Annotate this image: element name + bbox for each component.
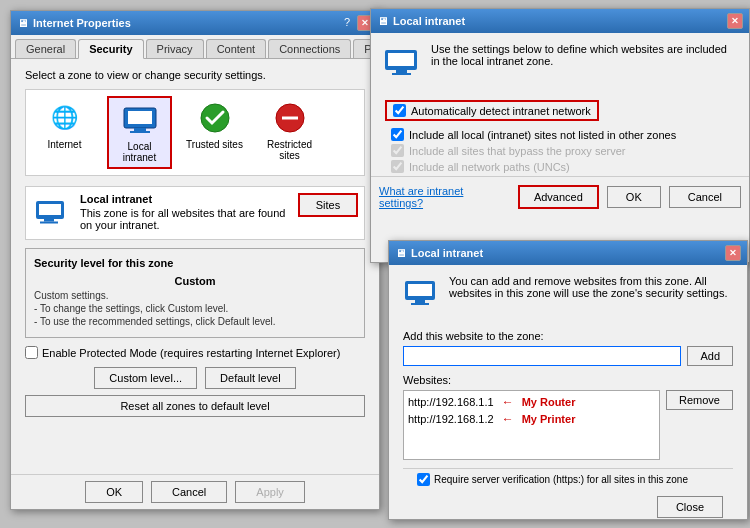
tab-security[interactable]: Security	[78, 39, 143, 59]
internet-icon: 🌐	[47, 100, 83, 136]
tab-bar: General Security Privacy Content Connect…	[11, 35, 379, 59]
trusted-label: Trusted sites	[186, 139, 243, 150]
local-intranet-title-icon: 🖥	[377, 15, 388, 27]
custom-text1: Custom settings.	[34, 290, 356, 301]
zone-info-text: Local intranet This zone is for all webs…	[80, 193, 290, 231]
zone-info-box: Local intranet This zone is for all webs…	[25, 186, 365, 240]
restricted-icon	[272, 100, 308, 136]
custom-text3: - To use the recommended settings, click…	[34, 316, 356, 327]
local-intranet-label: Local intranet	[113, 141, 166, 163]
ie-ok-button[interactable]: OK	[85, 481, 143, 503]
ie-properties-window: 🖥 Internet Properties ? ✕ General Securi…	[10, 10, 380, 510]
svg-rect-18	[411, 303, 429, 305]
add-label: Add this website to the zone:	[403, 330, 733, 342]
website-item-1: http://192.168.1.1 ← My Router	[408, 395, 655, 409]
add-websites-desc-text: You can add and remove websites from thi…	[449, 275, 733, 299]
close-websites-button[interactable]: Close	[657, 496, 723, 518]
verify-checkbox[interactable]	[417, 473, 430, 486]
protected-mode-row: Enable Protected Mode (requires restarti…	[25, 346, 365, 359]
local-intranet-popup: 🖥 Local intranet ✕ Use the settings belo…	[370, 8, 750, 263]
zone-trusted[interactable]: Trusted sites	[182, 96, 247, 169]
zones-container: 🌐 Internet Local intranet	[25, 89, 365, 176]
local-intranet-bottom: What are intranet settings? Advanced OK …	[371, 176, 749, 217]
option2-row: Include all sites that bypass the proxy …	[391, 144, 749, 157]
zone-restricted[interactable]: Restrictedsites	[257, 96, 322, 169]
local-intranet-close[interactable]: ✕	[727, 13, 743, 29]
websites-list: http://192.168.1.1 ← My Router http://19…	[403, 390, 660, 460]
add-websites-popup: 🖥 Local intranet ✕ You can add and remov…	[388, 240, 748, 520]
add-websites-icon: 🖥	[395, 247, 406, 259]
option3-checkbox[interactable]	[391, 160, 404, 173]
protected-mode-checkbox[interactable]	[25, 346, 38, 359]
tab-general[interactable]: General	[15, 39, 76, 58]
zone-select-label: Select a zone to view or change security…	[25, 69, 365, 81]
svg-rect-8	[39, 204, 61, 215]
zone-info-title: Local intranet	[80, 193, 290, 205]
svg-rect-16	[408, 284, 432, 296]
security-level-title: Security level for this zone	[34, 257, 356, 269]
svg-rect-10	[40, 222, 58, 224]
internet-label: Internet	[48, 139, 82, 150]
website-url-2: http://192.168.1.2	[408, 413, 494, 425]
reset-zones-button[interactable]: Reset all zones to default level	[25, 395, 365, 417]
annotation-2: My Printer	[522, 413, 576, 425]
add-website-button[interactable]: Add	[687, 346, 733, 366]
security-level-section: Security level for this zone Custom Cust…	[25, 248, 365, 338]
protected-mode-label: Enable Protected Mode (requires restarti…	[42, 347, 340, 359]
option3-label: Include all network paths (UNCs)	[409, 161, 570, 173]
local-intranet-desc: Use the settings below to define which w…	[431, 43, 737, 67]
website-url-1: http://192.168.1.1	[408, 396, 494, 408]
local-intranet-icon	[122, 102, 158, 138]
option1-row: Include all local (intranet) sites not l…	[391, 128, 749, 141]
ie-window-title: Internet Properties	[33, 17, 131, 29]
ie-window-icon: 🖥	[17, 17, 28, 29]
level-buttons-row: Custom level... Default level	[25, 367, 365, 389]
svg-rect-1	[128, 111, 152, 124]
local-intranet-cancel[interactable]: Cancel	[669, 186, 741, 208]
add-websites-desc-section: You can add and remove websites from thi…	[389, 265, 747, 326]
close-row: Close	[403, 490, 733, 524]
intranet-settings-link[interactable]: What are intranet settings?	[379, 185, 510, 209]
custom-level-button[interactable]: Custom level...	[94, 367, 197, 389]
custom-title: Custom	[34, 275, 356, 287]
tab-privacy[interactable]: Privacy	[146, 39, 204, 58]
tab-connections[interactable]: Connections	[268, 39, 351, 58]
zone-info-icon	[32, 193, 72, 233]
svg-rect-9	[44, 219, 54, 222]
ie-bottom-row: OK Cancel Apply	[11, 474, 379, 509]
ie-title-bar: 🖥 Internet Properties ? ✕	[11, 11, 379, 35]
zone-internet[interactable]: 🌐 Internet	[32, 96, 97, 169]
auto-detect-checkbox[interactable]	[393, 104, 406, 117]
svg-rect-12	[388, 53, 414, 66]
auto-detect-row: Automatically detect intranet network	[385, 100, 599, 121]
add-websites-icon2	[403, 275, 441, 320]
zone-local-intranet[interactable]: Local intranet	[107, 96, 172, 169]
svg-rect-14	[392, 73, 411, 75]
sites-button[interactable]: Sites	[298, 193, 358, 217]
remove-button[interactable]: Remove	[666, 390, 733, 410]
verify-row: Require server verification (https:) for…	[403, 468, 733, 490]
annotation-1: My Router	[522, 396, 576, 408]
advanced-button[interactable]: Advanced	[518, 185, 599, 209]
local-intranet-title-bar: 🖥 Local intranet ✕	[371, 9, 749, 33]
svg-rect-2	[134, 128, 146, 131]
custom-text2: - To change the settings, click Custom l…	[34, 303, 356, 314]
ie-apply-button[interactable]: Apply	[235, 481, 305, 503]
local-intranet-ok[interactable]: OK	[607, 186, 661, 208]
option2-label: Include all sites that bypass the proxy …	[409, 145, 625, 157]
add-websites-close[interactable]: ✕	[725, 245, 741, 261]
zone-info-desc: This zone is for all websites that are f…	[80, 207, 290, 231]
arrow-icon-1: ←	[502, 395, 514, 409]
option1-checkbox[interactable]	[391, 128, 404, 141]
websites-list-label: Websites:	[403, 374, 733, 386]
trusted-icon	[197, 100, 233, 136]
help-button[interactable]: ?	[339, 15, 355, 29]
ie-cancel-button[interactable]: Cancel	[151, 481, 227, 503]
website-item-2: http://192.168.1.2 ← My Printer	[408, 412, 655, 426]
svg-rect-17	[415, 300, 425, 303]
url-input[interactable]	[403, 346, 681, 366]
arrow-icon-2: ←	[502, 412, 514, 426]
option2-checkbox[interactable]	[391, 144, 404, 157]
tab-content[interactable]: Content	[206, 39, 267, 58]
default-level-button[interactable]: Default level	[205, 367, 296, 389]
